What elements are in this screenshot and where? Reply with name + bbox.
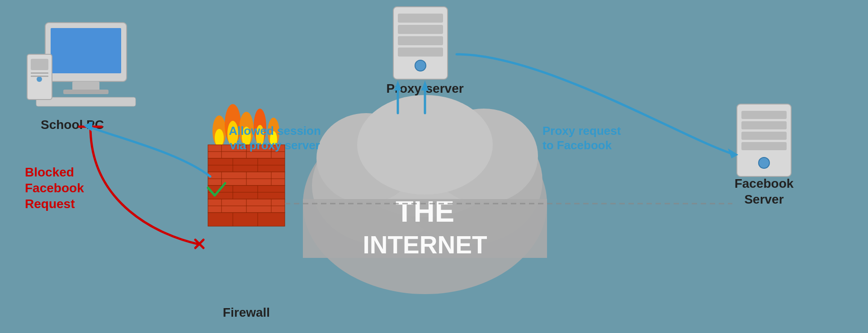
blocked-text-line3: Request [25,197,75,211]
internet-cloud: THE INTERNET [303,95,547,294]
svg-marker-74 [394,81,401,90]
svg-rect-59 [398,25,443,34]
svg-rect-60 [398,36,443,45]
svg-rect-3 [72,81,99,90]
svg-rect-63 [737,104,791,176]
svg-point-48 [312,127,448,244]
svg-rect-10 [31,76,48,77]
svg-point-15 [239,112,254,146]
svg-point-20 [270,131,277,147]
svg-point-50 [344,100,506,217]
school-pc-label: School PC [41,118,104,132]
facebook-server-label-2: Server [744,192,783,206]
facebook-server-label: Facebook [735,176,794,190]
svg-rect-57 [393,7,448,79]
svg-point-11 [212,115,226,147]
svg-rect-5 [36,97,136,106]
svg-marker-76 [728,148,738,158]
svg-point-47 [303,113,547,294]
svg-point-49 [398,118,542,244]
allowed-session-text-line1: Allowed session [229,124,321,138]
svg-marker-75 [421,81,429,90]
svg-rect-6 [27,54,52,100]
svg-rect-2 [51,28,121,73]
svg-point-16 [242,127,251,147]
main-scene: School PC [0,0,868,333]
svg-rect-66 [741,132,787,140]
svg-point-8 [37,76,42,82]
svg-point-52 [429,109,538,204]
svg-rect-65 [741,121,787,129]
blocked-text-line1: Blocked [25,165,74,179]
svg-point-17 [254,109,266,145]
svg-rect-64 [741,111,787,119]
proxy-server-icon [393,7,448,79]
svg-point-51 [316,113,416,204]
svg-point-12 [215,129,224,147]
svg-rect-7 [31,59,48,70]
svg-rect-61 [398,48,443,57]
proxy-request-text-line2: to Facebook [542,138,612,152]
school-pc-icon [27,23,136,106]
svg-point-68 [759,157,769,168]
svg-rect-4 [63,90,108,94]
svg-rect-54 [303,199,547,258]
svg-rect-58 [398,14,443,23]
svg-rect-26 [208,158,285,172]
blocked-text-line2: Facebook [25,181,84,195]
svg-rect-0 [0,0,868,333]
svg-point-18 [256,125,264,147]
allowed-session-text-line2: via proxy server [230,138,320,152]
svg-rect-67 [741,142,787,150]
proxy-request-text-line1: Proxy request [542,124,621,138]
svg-rect-21 [208,145,285,158]
svg-rect-30 [208,172,285,186]
svg-text:THE: THE [396,195,454,228]
svg-point-19 [268,118,279,147]
svg-marker-72 [84,121,93,131]
svg-rect-39 [208,199,285,213]
facebook-server-icon [737,104,791,176]
proxy-server-label: Proxy-server [386,81,463,95]
svg-line-69 [195,240,203,248]
svg-text:INTERNET: INTERNET [363,231,487,259]
firewall-icon [208,104,285,226]
svg-rect-1 [45,23,127,81]
svg-point-14 [227,121,238,146]
svg-rect-9 [31,72,48,74]
svg-rect-44 [208,213,285,226]
svg-point-62 [415,60,426,71]
svg-point-13 [225,104,241,145]
svg-line-70 [195,240,203,248]
svg-point-53 [357,95,493,195]
svg-rect-35 [208,186,285,199]
firewall-label: Firewall [223,305,270,319]
